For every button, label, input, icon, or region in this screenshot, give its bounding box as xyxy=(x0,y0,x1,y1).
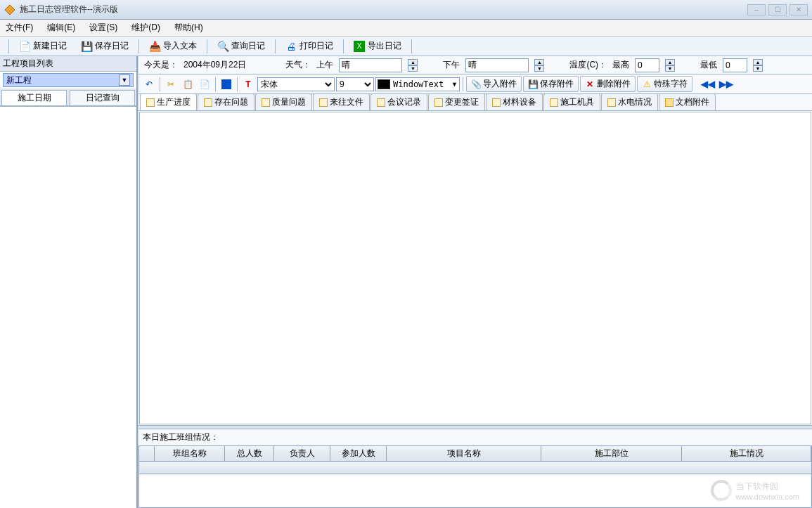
folder-icon xyxy=(146,98,155,107)
pm-weather-input[interactable] xyxy=(465,58,529,72)
project-select-value: 新工程 xyxy=(6,74,32,86)
paste-button[interactable]: 📄 xyxy=(197,77,212,92)
folder-icon xyxy=(377,98,385,107)
minimize-button[interactable]: – xyxy=(747,4,766,15)
folder-icon xyxy=(607,98,616,107)
new-file-icon: 📄 xyxy=(19,41,30,52)
tab-document-attachment[interactable]: 文档附件 xyxy=(659,93,716,110)
export-diary-button[interactable]: X导出日记 xyxy=(347,39,408,53)
app-icon xyxy=(4,4,15,15)
menu-maintain[interactable]: 维护(D) xyxy=(131,22,160,34)
export-excel-icon: X xyxy=(354,41,365,52)
font-size-select[interactable]: 9 xyxy=(336,77,374,91)
import-icon: 📥 xyxy=(149,41,160,52)
titlebar: 施工日志管理软件--演示版 – ☐ ✕ xyxy=(0,0,812,20)
font-color-select[interactable]: WindowText ▼ xyxy=(375,77,460,91)
watermark: 当下软件园 www.downxia.com xyxy=(711,480,799,501)
col-project-name[interactable]: 项目名称 xyxy=(387,446,541,461)
pm-spinner[interactable]: ▲▼ xyxy=(534,59,544,72)
team-grid-header: 班组名称 总人数 负责人 参加人数 项目名称 施工部位 施工情况 xyxy=(138,445,812,462)
folder-icon xyxy=(319,98,328,107)
undo-button[interactable]: ↶ xyxy=(141,77,157,92)
tab-material-equipment[interactable]: 材料设备 xyxy=(486,93,543,110)
right-panel: 今天是： 2004年09月22日 天气： 上午 ▲▼ 下午 ▲▼ 温度(C)： … xyxy=(138,56,812,508)
folder-icon xyxy=(492,98,501,107)
new-diary-button[interactable]: 📄新建日记 xyxy=(12,39,74,53)
scissors-icon: ✂ xyxy=(167,79,174,89)
dropdown-icon: ▼ xyxy=(119,74,130,86)
tab-quality-problems[interactable]: 质量问题 xyxy=(255,93,312,110)
menu-settings[interactable]: 设置(S) xyxy=(89,22,117,34)
delete-attachment-button[interactable]: ✕删除附件 xyxy=(580,76,636,92)
tab-meeting-minutes[interactable]: 会议记录 xyxy=(370,93,427,110)
folder-icon xyxy=(204,98,212,107)
menu-help[interactable]: 帮助(H) xyxy=(174,22,203,34)
tab-construction-machinery[interactable]: 施工机具 xyxy=(543,93,600,110)
max-temp-input[interactable] xyxy=(635,58,659,72)
maximize-button[interactable]: ☐ xyxy=(768,4,787,15)
folder-icon xyxy=(262,98,270,107)
nav-prev-button[interactable]: ◀◀ xyxy=(700,79,716,89)
tab-change-visa[interactable]: 变更签证 xyxy=(428,93,485,110)
max-label: 最高 xyxy=(612,59,629,71)
am-spinner[interactable]: ▲▼ xyxy=(408,59,418,72)
min-temp-input[interactable] xyxy=(723,58,747,72)
copy-button[interactable]: 📋 xyxy=(180,77,195,92)
color-fill-icon xyxy=(221,79,231,89)
tab-existing-problems[interactable]: 存在问题 xyxy=(198,93,254,110)
dropdown-icon: ▼ xyxy=(451,81,458,88)
info-bar: 今天是： 2004年09月22日 天气： 上午 ▲▼ 下午 ▲▼ 温度(C)： … xyxy=(138,56,812,74)
max-spinner[interactable]: ▲▼ xyxy=(665,59,675,72)
menu-file[interactable]: 文件(F) xyxy=(6,22,33,34)
save-icon: 💾 xyxy=(81,41,92,52)
font-family-select[interactable]: 宋体 xyxy=(257,77,335,91)
save-diary-button[interactable]: 💾保存日记 xyxy=(74,39,136,53)
tab-production-progress[interactable]: 生产进度 xyxy=(140,93,197,110)
color-button[interactable] xyxy=(219,77,234,92)
menu-edit[interactable]: 编辑(E) xyxy=(47,22,75,34)
delete-x-icon: ✕ xyxy=(585,79,595,89)
team-section-header: 本日施工班组情况： xyxy=(138,429,812,445)
nav-next-button[interactable]: ▶▶ xyxy=(718,79,735,89)
col-total-people[interactable]: 总人数 xyxy=(225,446,274,461)
weather-label: 天气： xyxy=(285,59,311,71)
folder-icon xyxy=(434,98,443,107)
min-label: 最低 xyxy=(700,59,717,71)
tab-correspondence[interactable]: 来往文件 xyxy=(313,93,370,110)
undo-icon: ↶ xyxy=(146,79,153,89)
date-tree[interactable] xyxy=(0,106,136,508)
close-button[interactable]: ✕ xyxy=(790,4,808,15)
special-char-button[interactable]: ⚠特殊字符 xyxy=(637,76,692,92)
import-attachment-button[interactable]: 📎导入附件 xyxy=(466,76,522,92)
tab-diary-query[interactable]: 日记查询 xyxy=(70,90,135,105)
font-format-button[interactable]: T xyxy=(240,77,256,92)
paperclip-icon: 📎 xyxy=(471,79,481,89)
editor-area[interactable] xyxy=(139,112,811,424)
col-leader[interactable]: 负责人 xyxy=(274,446,330,461)
print-icon: 🖨 xyxy=(285,41,297,52)
col-participants[interactable]: 参加人数 xyxy=(330,446,387,461)
print-diary-button[interactable]: 🖨打印日记 xyxy=(278,39,340,53)
copy-icon: 📋 xyxy=(183,79,193,89)
query-diary-button[interactable]: 🔍查询日记 xyxy=(210,39,272,53)
save-icon: 💾 xyxy=(528,79,538,89)
col-construction-status[interactable]: 施工情况 xyxy=(682,446,811,461)
warning-icon: ⚠ xyxy=(642,79,652,89)
col-team-name[interactable]: 班组名称 xyxy=(155,446,225,461)
team-grid-empty-row[interactable] xyxy=(138,462,812,474)
save-attachment-button[interactable]: 💾保存附件 xyxy=(523,76,579,92)
folder-icon xyxy=(550,98,558,107)
window-title: 施工日志管理软件--演示版 xyxy=(20,4,118,15)
min-spinner[interactable]: ▲▼ xyxy=(753,59,763,72)
tab-water-electricity[interactable]: 水电情况 xyxy=(601,93,658,110)
left-panel: 工程项目列表 新工程 ▼ 施工日期 日记查询 xyxy=(0,56,138,508)
am-label: 上午 xyxy=(316,59,333,71)
format-toolbar: ↶ ✂ 📋 📄 T 宋体 9 WindowText ▼ 📎导入附件 💾保存附件 … xyxy=(138,74,812,94)
import-text-button[interactable]: 📥导入文本 xyxy=(142,39,204,53)
project-select[interactable]: 新工程 ▼ xyxy=(3,73,134,87)
col-construction-part[interactable]: 施工部位 xyxy=(541,446,682,461)
am-weather-input[interactable] xyxy=(339,58,402,72)
tab-construction-date[interactable]: 施工日期 xyxy=(1,90,67,105)
cut-button[interactable]: ✂ xyxy=(163,77,179,92)
watermark-logo-icon xyxy=(711,480,732,501)
